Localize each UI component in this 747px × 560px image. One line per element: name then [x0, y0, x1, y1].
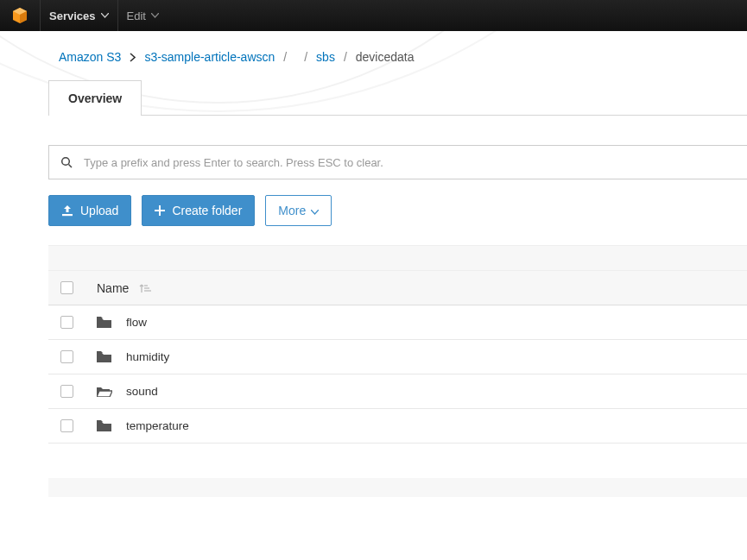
action-bar: Upload Create folder More	[48, 195, 747, 226]
search-input[interactable]	[84, 156, 747, 169]
row-checkbox[interactable]	[60, 350, 73, 363]
table-row[interactable]: humidity	[48, 340, 747, 374]
breadcrumb-bucket[interactable]: s3-sample-article-awscn	[144, 50, 275, 64]
table-spacer-top	[48, 245, 747, 271]
tab-overview[interactable]: Overview	[48, 80, 142, 116]
breadcrumb-path2[interactable]: sbs	[316, 50, 335, 64]
chevron-down-icon	[101, 13, 109, 18]
search-icon	[49, 156, 84, 168]
top-nav: Services Edit	[0, 0, 747, 31]
aws-logo-icon[interactable]	[10, 6, 29, 25]
row-name: humidity	[126, 350, 169, 363]
tabs: Overview	[48, 79, 747, 116]
table-row[interactable]: sound	[48, 374, 747, 409]
create-folder-label: Create folder	[172, 204, 242, 217]
search-bar	[48, 145, 747, 179]
more-button[interactable]: More	[265, 195, 332, 226]
folder-icon	[97, 317, 121, 328]
nav-services-label: Services	[49, 9, 96, 22]
row-name: flow	[126, 316, 147, 329]
nav-services[interactable]: Services	[40, 0, 117, 31]
chevron-down-icon	[311, 204, 319, 217]
more-label: More	[278, 204, 306, 217]
folder-open-icon	[97, 386, 121, 397]
breadcrumb-separator: /	[304, 50, 307, 64]
table-row[interactable]: temperature	[48, 409, 747, 444]
select-all-checkbox[interactable]	[60, 281, 73, 294]
folder-icon	[97, 420, 121, 431]
breadcrumb-separator: /	[283, 50, 287, 64]
row-checkbox[interactable]	[60, 385, 73, 398]
row-name: sound	[126, 385, 158, 398]
row-checkbox[interactable]	[60, 316, 73, 329]
breadcrumb-separator: /	[344, 50, 347, 64]
upload-button[interactable]: Upload	[48, 195, 131, 226]
breadcrumb-current: devicedata	[356, 50, 415, 64]
svg-rect-5	[62, 214, 73, 216]
nav-edit-label: Edit	[127, 9, 146, 22]
column-header-name[interactable]: Name	[97, 281, 151, 295]
table-header: Name	[48, 271, 747, 305]
upload-label: Upload	[80, 204, 118, 217]
row-name: temperature	[126, 419, 189, 432]
plus-icon	[155, 205, 165, 216]
folder-icon	[97, 351, 121, 362]
table-spacer-bottom	[48, 478, 747, 497]
sort-icon	[139, 283, 151, 293]
svg-rect-7	[155, 210, 165, 211]
breadcrumb-root[interactable]: Amazon S3	[59, 50, 121, 64]
chevron-down-icon	[151, 13, 159, 18]
upload-icon	[61, 205, 73, 217]
column-name-label: Name	[97, 281, 129, 295]
tab-overview-label: Overview	[68, 91, 122, 105]
nav-edit[interactable]: Edit	[117, 0, 168, 31]
breadcrumb: Amazon S3 s3-sample-article-awscn / / sb…	[48, 31, 747, 79]
svg-line-4	[69, 165, 73, 168]
row-checkbox[interactable]	[60, 419, 73, 432]
svg-point-3	[62, 158, 70, 166]
table-row[interactable]: flow	[48, 305, 747, 340]
create-folder-button[interactable]: Create folder	[142, 195, 255, 226]
object-table: Name	[48, 245, 747, 497]
chevron-right-icon	[130, 53, 136, 62]
